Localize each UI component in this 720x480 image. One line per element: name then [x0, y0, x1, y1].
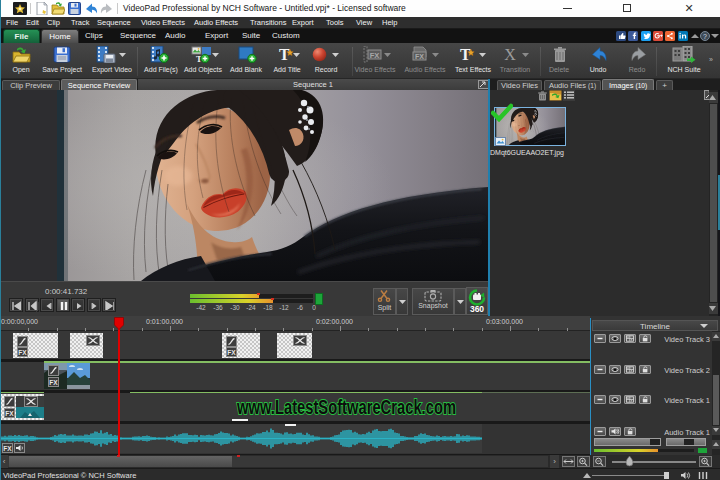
svg-text:X: X: [504, 46, 516, 63]
svg-text:?: ?: [703, 33, 707, 40]
svg-text:FX: FX: [370, 51, 380, 60]
svg-text:FX: FX: [415, 53, 424, 60]
svg-text:www.LatestSoftwareCrack.com: www.LatestSoftwareCrack.com: [236, 396, 456, 418]
svg-text:360: 360: [470, 304, 484, 314]
